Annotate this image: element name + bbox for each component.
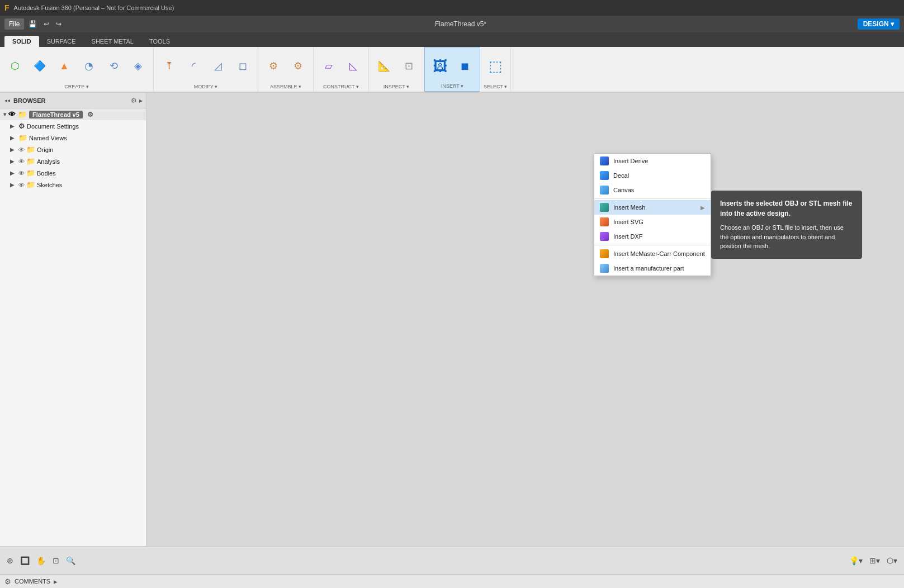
project-row[interactable]: ▾ 👁 📁 FlameThread v5 ⚙ [0,108,146,120]
insert-manufacturer-label: Insert a manufacturer part [613,265,684,272]
project-settings-icon[interactable]: ⚙ [87,111,93,118]
sidebar-item-named-views[interactable]: ▶ 📁 Named Views [0,132,146,144]
zoom-fit-button[interactable]: ⊡ [50,554,61,567]
new-component-button[interactable]: ⬡ [3,51,27,81]
zoom-box-button[interactable]: 🔍 [64,554,78,567]
view-cube-button[interactable]: ⬡▾ [884,554,900,567]
insert-mcmaster-icon [600,249,609,258]
plane-at-angle-button[interactable]: ◺ [342,51,365,81]
browser-expand-button[interactable]: ▸ [139,97,143,105]
create-group-label: CREATE ▾ [64,84,88,89]
main-layout: ◂◂ BROWSER ⚙ ▸ ▾ 👁 📁 FlameThread v5 ⚙ ▶ … [0,93,904,546]
menu-item-insert-svg[interactable]: Insert SVG [594,215,711,229]
insert-button[interactable]: 🖼 [428,51,452,81]
settings-icon: ⚙ [18,122,25,130]
folder-icon: 📁 [26,145,35,154]
quick-access-bar: File 💾 ↩ ↪ FlameThread v5* DESIGN ▾ [0,16,904,32]
sidebar-item-origin[interactable]: ▶ 👁 📁 Origin [0,144,146,155]
grid-settings-button[interactable]: ⊞▾ [867,554,882,567]
select-button[interactable]: ⬚ [484,51,507,81]
inspect-group: 📐 ⊡ INSPECT ▾ [369,47,424,92]
menu-item-canvas[interactable]: Canvas [594,183,711,197]
title-bar: F Autodesk Fusion 360 (Personal – Not fo… [0,0,904,16]
file-menu-button[interactable]: File [4,18,24,30]
snap-button[interactable]: 🔲 [18,554,32,567]
insert-derive-label: Insert Derive [613,158,648,164]
comments-settings-button[interactable]: ⚙ [4,577,11,586]
tab-sheet-metal[interactable]: SHEET METAL [84,36,141,47]
canvas-icon [600,186,609,195]
undo-button[interactable]: ↩ [41,19,51,29]
project-name: FlameThread v5 [29,111,83,118]
folder-icon: 📁 [26,181,35,189]
offset-plane-button[interactable]: ▱ [317,51,340,81]
inspect-group-label: INSPECT ▾ [384,84,409,89]
save-button[interactable]: 💾 [26,19,39,29]
insert-group: 🖼 ◼ INSERT ▾ [424,47,480,92]
insert-svg-label: Insert SVG [613,219,643,225]
sidebar-item-bodies[interactable]: ▶ 👁 📁 Bodies [0,167,146,179]
ribbon-tabs: SOLID SURFACE SHEET METAL TOOLS [0,32,904,47]
fillet-button[interactable]: ◜ [182,51,205,81]
sidebar-item-analysis[interactable]: ▶ 👁 📁 Analysis [0,155,146,167]
menu-separator [594,245,711,245]
menu-item-insert-derive[interactable]: Insert Derive [594,154,711,168]
browser-collapse-button[interactable]: ◂◂ [3,96,11,105]
comments-expand-button[interactable]: ▸ [54,577,58,586]
canvas-area[interactable]: Insert Derive Decal Canvas Insert Mesh ▶… [146,93,904,546]
menu-item-insert-mcmaster[interactable]: Insert McMaster-Carr Component [594,246,711,261]
decal-label: Decal [613,172,629,179]
pivot-button[interactable]: ⊕ [4,554,16,567]
analysis-label: Analysis [37,158,143,165]
eye-icon: 👁 [18,170,25,177]
measure-button[interactable]: 📐 [372,51,396,81]
menu-item-insert-mesh[interactable]: Insert Mesh ▶ [594,200,711,215]
eye-icon: 👁 [18,182,25,188]
sidebar-item-document-settings[interactable]: ▶ ⚙ Document Settings [0,120,146,132]
bottom-toolbar: ⊕ 🔲 ✋ ⊡ 🔍 💡▾ ⊞▾ ⬡▾ [0,546,904,574]
insert-dropdown-menu: Insert Derive Decal Canvas Insert Mesh ▶… [594,153,711,276]
shell-button[interactable]: ◻ [231,51,254,81]
pan-button[interactable]: ✋ [34,554,48,567]
press-pull-button[interactable]: ⤒ [157,51,181,81]
tooltip-body: Choose an OBJ or STL file to insert, the… [720,223,853,251]
named-views-label: Named Views [29,135,143,141]
menu-item-insert-dxf[interactable]: Insert DXF [594,229,711,244]
folder-icon: 📁 [26,157,35,165]
insert-group-label: INSERT ▾ [441,83,463,89]
workspace-selector[interactable]: DESIGN ▾ [858,18,900,30]
ribbon-content: ⬡ 🔷 ▲ ◔ ⟲ ◈ CREATE ▾ ⤒ [0,47,904,93]
tab-surface[interactable]: SURFACE [39,36,84,47]
comments-label: COMMENTS [15,578,50,585]
assemble-group-label: ASSEMBLE ▾ [270,84,301,89]
comments-bar: ⚙ COMMENTS ▸ [0,574,904,588]
app-title: Autodesk Fusion 360 (Personal – Not for … [14,4,174,11]
revolve-button[interactable]: ◔ [77,51,101,81]
chamfer-button[interactable]: ◿ [206,51,230,81]
interference-button[interactable]: ⊡ [397,51,420,81]
sidebar-item-sketches[interactable]: ▶ 👁 📁 Sketches [0,179,146,191]
joint-button[interactable]: ⚙ [262,51,285,81]
menu-item-decal[interactable]: Decal [594,168,711,183]
extrude-button[interactable]: ▲ [53,51,76,81]
eye-icon: 👁 [18,158,25,165]
loft-button[interactable]: ◈ [126,51,150,81]
insert-mesh-button[interactable]: ◼ [453,51,476,81]
browser-header: ◂◂ BROWSER ⚙ ▸ [0,93,146,108]
browser-settings-button[interactable]: ⚙ [131,97,137,105]
sidebar: ◂◂ BROWSER ⚙ ▸ ▾ 👁 📁 FlameThread v5 ⚙ ▶ … [0,93,146,546]
folder-icon: 📁 [18,134,27,142]
tooltip-title: Inserts the selected OBJ or STL mesh fil… [720,198,853,219]
document-settings-label: Document Settings [27,123,143,130]
as-built-joint-button[interactable]: ⚙ [286,51,310,81]
insert-mesh-icon [600,203,609,212]
tab-tools[interactable]: TOOLS [141,36,178,47]
redo-button[interactable]: ↪ [54,19,64,29]
create-sketch-button[interactable]: 🔷 [28,51,51,81]
tab-solid[interactable]: SOLID [4,36,39,47]
tree-arrow-icon: ▶ [10,135,17,141]
document-title: FlameThread v5* [66,20,855,28]
menu-item-insert-manufacturer[interactable]: Insert a manufacturer part [594,261,711,276]
display-settings-button[interactable]: 💡▾ [847,554,865,567]
sweep-button[interactable]: ⟲ [102,51,125,81]
